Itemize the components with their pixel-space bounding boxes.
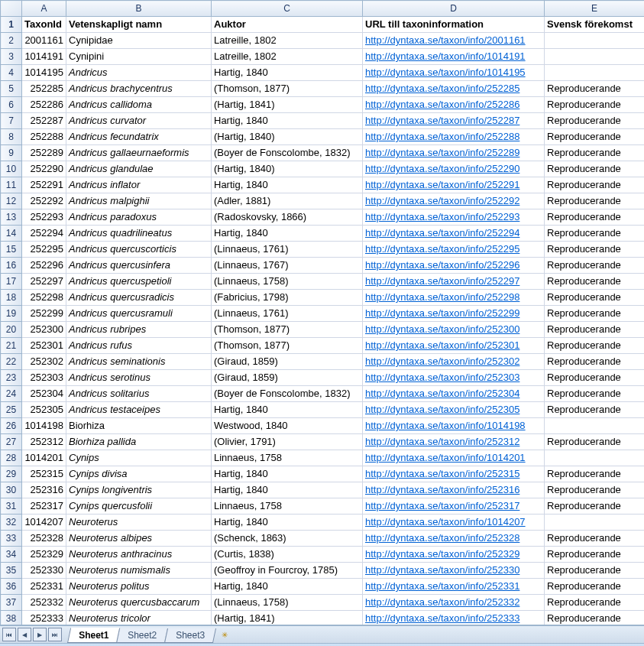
cell-name[interactable]: Andricus quercuscorticis — [66, 242, 212, 258]
cell-occurrence[interactable]: Reproducerande — [545, 209, 645, 226]
cell-taxonid[interactable]: 252291 — [22, 177, 66, 193]
cell-name[interactable]: Neuroterus albipes — [66, 531, 212, 547]
row-header[interactable]: 12 — [1, 193, 22, 209]
row-header[interactable]: 23 — [1, 370, 22, 386]
taxon-link[interactable]: http://dyntaxa.se/taxon/info/252289 — [365, 147, 519, 158]
cell-taxonid[interactable]: 252288 — [22, 129, 66, 145]
table-row[interactable]: 37252332Neuroterus quercusbaccarum(Linna… — [1, 595, 645, 611]
cell-author[interactable]: (Geoffroy in Fourcroy, 1785) — [212, 563, 363, 579]
cell-name[interactable]: Cynips quercusfolii — [66, 498, 212, 515]
cell-name[interactable]: Andricus quadrilineatus — [66, 226, 212, 242]
cell-url[interactable]: http://dyntaxa.se/taxon/info/252300 — [363, 322, 545, 338]
cell-name[interactable]: Neuroterus — [66, 515, 212, 531]
cell-taxonid[interactable]: 252332 — [22, 595, 66, 611]
cell-url[interactable]: http://dyntaxa.se/taxon/info/252317 — [363, 498, 545, 515]
tab-nav-next[interactable]: ▶ — [33, 628, 47, 641]
taxon-link[interactable]: http://dyntaxa.se/taxon/info/1014201 — [365, 452, 526, 463]
row-header[interactable]: 19 — [1, 306, 22, 322]
cell-author[interactable]: (Curtis, 1838) — [212, 547, 363, 563]
taxon-link[interactable]: http://dyntaxa.se/taxon/info/1014207 — [365, 516, 526, 528]
cell-name[interactable]: Biorhiza — [66, 418, 212, 434]
cell[interactable]: TaxonId — [22, 17, 66, 33]
table-row[interactable]: 22001161CynipidaeLatreille, 1802http://d… — [1, 33, 645, 49]
cell-occurrence[interactable]: Reproducerande — [545, 338, 645, 354]
cell-taxonid[interactable]: 252296 — [22, 258, 66, 274]
taxon-link[interactable]: http://dyntaxa.se/taxon/info/252331 — [365, 580, 519, 592]
cell-occurrence[interactable]: Reproducerande — [545, 145, 645, 161]
table-row[interactable]: 321014207NeuroterusHartig, 1840http://dy… — [1, 515, 645, 531]
cell-url[interactable]: http://dyntaxa.se/taxon/info/252288 — [363, 129, 545, 145]
taxon-link[interactable]: http://dyntaxa.se/taxon/info/252296 — [365, 259, 519, 271]
cell-occurrence[interactable]: Reproducerande — [545, 482, 645, 498]
table-row[interactable]: 10252290Andricus glandulae(Hartig, 1840)… — [1, 161, 645, 177]
cell-author[interactable]: (Hartig, 1841) — [212, 611, 363, 626]
row-header[interactable]: 35 — [1, 563, 22, 579]
row-header[interactable]: 1 — [1, 17, 22, 33]
cell-name[interactable]: Andricus glandulae — [66, 161, 212, 177]
taxon-link[interactable]: http://dyntaxa.se/taxon/info/252317 — [365, 500, 519, 511]
cell-url[interactable]: http://dyntaxa.se/taxon/info/252289 — [363, 145, 545, 161]
cell[interactable]: Vetenskapligt namn — [66, 17, 212, 33]
table-row[interactable]: 1TaxonIdVetenskapligt namnAuktorURL till… — [1, 17, 645, 33]
cell-name[interactable]: Cynips divisa — [66, 466, 212, 482]
row-header[interactable]: 17 — [1, 274, 22, 290]
cell-taxonid[interactable]: 252331 — [22, 579, 66, 595]
cell-url[interactable]: http://dyntaxa.se/taxon/info/252301 — [363, 338, 545, 354]
row-header[interactable]: 33 — [1, 531, 22, 547]
cell-author[interactable]: Hartig, 1840 — [212, 402, 363, 418]
table-row[interactable]: 14252294Andricus quadrilineatusHartig, 1… — [1, 226, 645, 242]
cell-occurrence[interactable]: Reproducerande — [545, 611, 645, 626]
cell-url[interactable]: http://dyntaxa.se/taxon/info/252297 — [363, 274, 545, 290]
cell-occurrence[interactable]: Reproducerande — [545, 258, 645, 274]
cell-taxonid[interactable]: 252302 — [22, 354, 66, 370]
cell-taxonid[interactable]: 252304 — [22, 386, 66, 402]
cell-taxonid[interactable]: 1014198 — [22, 418, 66, 434]
table-row[interactable]: 11252291Andricus inflatorHartig, 1840htt… — [1, 177, 645, 193]
table-row[interactable]: 24252304Andricus solitarius(Boyer de Fon… — [1, 386, 645, 402]
cell-name[interactable]: Cynips longiventris — [66, 482, 212, 498]
cell-url[interactable]: http://dyntaxa.se/taxon/info/252291 — [363, 177, 545, 193]
cell-author[interactable]: (Giraud, 1859) — [212, 370, 363, 386]
cell-name[interactable]: Andricus quercusinfera — [66, 258, 212, 274]
select-all-corner[interactable] — [1, 1, 22, 17]
cell-url[interactable]: http://dyntaxa.se/taxon/info/252302 — [363, 354, 545, 370]
taxon-link[interactable]: http://dyntaxa.se/taxon/info/252300 — [365, 323, 519, 335]
cell-taxonid[interactable]: 252293 — [22, 209, 66, 226]
cell-occurrence[interactable]: Reproducerande — [545, 290, 645, 306]
cell-url[interactable]: http://dyntaxa.se/taxon/info/252331 — [363, 579, 545, 595]
cell-taxonid[interactable]: 252301 — [22, 338, 66, 354]
row-header[interactable]: 29 — [1, 466, 22, 482]
cell-taxonid[interactable]: 2001161 — [22, 33, 66, 49]
cell-occurrence[interactable]: Reproducerande — [545, 226, 645, 242]
col-header-D[interactable]: D — [363, 1, 545, 17]
taxon-link[interactable]: http://dyntaxa.se/taxon/info/252297 — [365, 275, 519, 287]
sheet-tab-sheet2[interactable]: Sheet2 — [116, 628, 168, 643]
cell-author[interactable]: (Linnaeus, 1761) — [212, 242, 363, 258]
cell-url[interactable]: http://dyntaxa.se/taxon/info/1014191 — [363, 49, 545, 65]
cell-url[interactable]: http://dyntaxa.se/taxon/info/252328 — [363, 531, 545, 547]
cell-author[interactable]: Hartig, 1840 — [212, 177, 363, 193]
taxon-link[interactable]: http://dyntaxa.se/taxon/info/252316 — [365, 484, 519, 495]
cell-url[interactable]: http://dyntaxa.se/taxon/info/1014207 — [363, 515, 545, 531]
cell-occurrence[interactable]: Reproducerande — [545, 322, 645, 338]
taxon-link[interactable]: http://dyntaxa.se/taxon/info/252329 — [365, 548, 519, 560]
cell-url[interactable]: http://dyntaxa.se/taxon/info/252287 — [363, 113, 545, 129]
row-header[interactable]: 37 — [1, 595, 22, 611]
cell-taxonid[interactable]: 252292 — [22, 193, 66, 209]
row-header[interactable]: 4 — [1, 65, 22, 81]
taxon-link[interactable]: http://dyntaxa.se/taxon/info/2001161 — [365, 34, 526, 46]
table-row[interactable]: 25252305Andricus testaceipesHartig, 1840… — [1, 402, 645, 418]
taxon-link[interactable]: http://dyntaxa.se/taxon/info/1014191 — [365, 50, 526, 62]
table-row[interactable]: 20252300Andricus rubripes(Thomson, 1877)… — [1, 322, 645, 338]
cell-taxonid[interactable]: 252294 — [22, 226, 66, 242]
row-header[interactable]: 24 — [1, 386, 22, 402]
row-header[interactable]: 38 — [1, 611, 22, 626]
taxon-link[interactable]: http://dyntaxa.se/taxon/info/252294 — [365, 227, 519, 239]
cell-name[interactable]: Andricus fecundatrix — [66, 129, 212, 145]
cell-author[interactable]: (Olivier, 1791) — [212, 434, 363, 450]
taxon-link[interactable]: http://dyntaxa.se/taxon/info/252288 — [365, 131, 519, 142]
cell-name[interactable]: Cynipidae — [66, 33, 212, 49]
cell-taxonid[interactable]: 252316 — [22, 482, 66, 498]
cell[interactable]: Svensk förekomst — [545, 17, 645, 33]
table-row[interactable]: 27252312Biorhiza pallida(Olivier, 1791)h… — [1, 434, 645, 450]
